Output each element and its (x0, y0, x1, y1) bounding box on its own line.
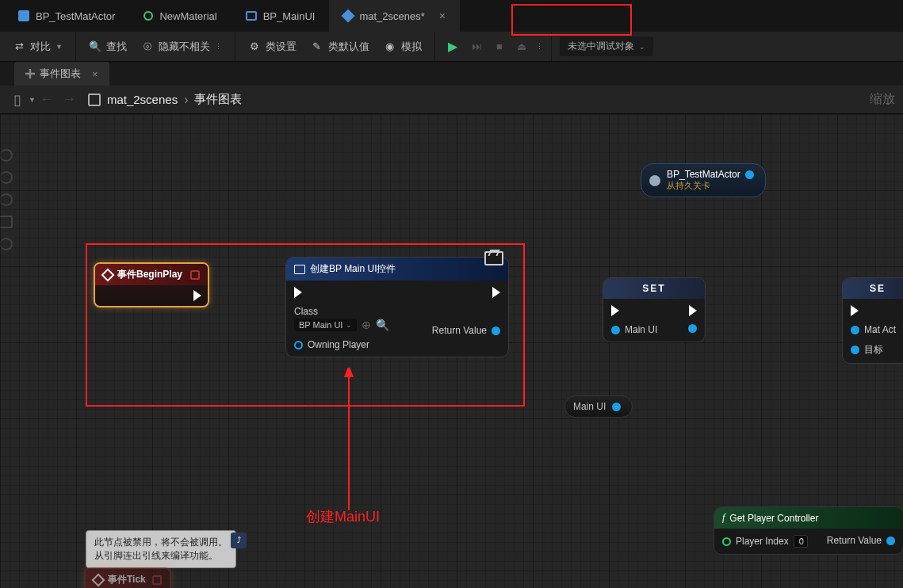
add-icon[interactable]: ⊕ (362, 319, 371, 331)
player-index-pin[interactable]: Player Index 0 (722, 535, 808, 548)
func-icon: f (722, 512, 725, 524)
tab-newmaterial[interactable]: NewMaterial (129, 0, 231, 32)
stop-button[interactable]: ■ (492, 37, 507, 55)
exec-out-pin[interactable] (492, 287, 500, 298)
nav-back-button[interactable]: ← (37, 90, 56, 109)
pin-label: 目标 (864, 343, 883, 357)
matactor-pin[interactable]: Mat Act (851, 324, 896, 335)
node-title: SET (642, 283, 665, 294)
var-label: BP_TestMatActor (667, 169, 740, 180)
node-var-testmatactor[interactable]: BP_TestMatActor 从持久关卡 (641, 163, 766, 197)
toolbar: ⇄ 对比 ▼ 🔍 查找 ⦾ 隐藏不相关 ⋮ ⚙ 类设置 ✎ 类默认值 ◉ 模拟 … (0, 32, 903, 62)
node-set-matactor[interactable]: SE Mat Act 目标 (842, 277, 903, 364)
graph-canvas[interactable]: 事件BeginPlay 创建BP Main UI控件 Class BP Main… (0, 114, 903, 588)
node-create-widget[interactable]: 创建BP Main UI控件 Class BP Main UI ⌄ ⊕ 🔍 (285, 257, 509, 357)
tab-label: BP_TestMatActor (36, 10, 115, 22)
tab-bp-testmatactor[interactable]: BP_TestMatActor (4, 0, 129, 32)
asset-tab-bar: BP_TestMatActor NewMaterial BP_MainUI ma… (0, 0, 903, 32)
reroute-icon: ⤴ (231, 533, 247, 548)
exec-out-pin[interactable] (689, 305, 697, 316)
func-icon (294, 265, 305, 274)
class-settings-button[interactable]: ⚙ 类设置 (243, 36, 301, 57)
pin-icon[interactable] (612, 403, 621, 411)
node-get-player-controller[interactable]: f Get Player Controller Player Index 0 R… (714, 506, 903, 555)
chevron-down-icon: ▼ (55, 43, 63, 51)
node-event-tick[interactable]: 事件Tick (84, 567, 171, 588)
compare-icon: ⇄ (13, 40, 25, 53)
close-icon[interactable]: × (92, 68, 98, 80)
close-icon[interactable]: × (439, 10, 446, 22)
tab-mat-2scenes[interactable]: mat_2scenes* × (329, 0, 460, 32)
hide-label: 隐藏不相关 (159, 40, 210, 54)
play-button[interactable]: ▶ (443, 36, 462, 57)
node-header: 创建BP Main UI控件 (286, 258, 508, 281)
left-side-stubs (0, 149, 13, 250)
simulate-icon: ◉ (384, 40, 396, 53)
exec-in-pin[interactable] (294, 287, 389, 298)
class-defaults-button[interactable]: ✎ 类默认值 (306, 36, 374, 57)
annotation-label: 创建MainUI (306, 507, 380, 526)
defaults-icon: ✎ (311, 40, 323, 53)
class-label: Class (294, 306, 389, 317)
chevron-down-icon: ⋮ (215, 43, 222, 51)
hide-icon: ⦾ (141, 40, 154, 53)
tab-bp-mainui[interactable]: BP_MainUI (231, 0, 330, 32)
exec-out-pin[interactable] (193, 290, 201, 301)
tab-label: mat_2scenes* (359, 10, 424, 22)
breakpoint-icon[interactable] (190, 270, 200, 280)
bookmark-button[interactable]: ▯ (8, 90, 27, 109)
play-options-icon[interactable]: ⋮ (536, 43, 543, 51)
event-icon (92, 573, 105, 586)
browse-icon[interactable]: 🔍 (376, 319, 389, 331)
breadcrumb-bar: ▯ ▼ ← → mat_2scenes › 事件图表 缩放 (0, 86, 903, 114)
compare-button[interactable]: ⇄ 对比 ▼ (8, 36, 67, 57)
tab-event-graph[interactable]: 事件图表 × (14, 62, 109, 86)
sub-tab-label: 事件图表 (40, 67, 81, 81)
return-value-pin[interactable]: Return Value (432, 325, 500, 336)
var-sublabel: 从持久关卡 (667, 180, 754, 192)
node-event-beginplay[interactable]: 事件BeginPlay (94, 262, 209, 307)
search-label: 查找 (106, 40, 127, 54)
target-pin[interactable]: 目标 (851, 343, 896, 357)
breakpoint-icon[interactable] (152, 575, 162, 585)
class-value: BP Main UI (299, 320, 342, 330)
graph-tab-bar: 事件图表 × (0, 62, 903, 86)
tooltip-line: 从引脚连出引线来编译功能。 (94, 549, 228, 563)
debug-target-label: 未选中调试对象 (568, 40, 634, 53)
node-header: SET (603, 278, 705, 299)
simulate-button[interactable]: ◉ 模拟 (379, 36, 427, 57)
material-icon (143, 11, 153, 21)
class-dropdown[interactable]: BP Main UI ⌄ (294, 319, 357, 331)
breadcrumb-graph[interactable]: 事件图表 (194, 92, 242, 107)
chevron-down-icon[interactable]: ▼ (29, 96, 36, 104)
chevron-right-icon: › (184, 93, 188, 107)
node-var-mainui[interactable]: Main UI (564, 395, 633, 418)
nav-forward-button[interactable]: → (59, 90, 78, 109)
pin-icon[interactable] (745, 170, 754, 179)
node-set-mainui[interactable]: SET Main UI (603, 277, 706, 342)
owning-player-pin[interactable]: Owning Player (294, 339, 389, 350)
mainui-in-pin[interactable]: Main UI (611, 324, 657, 335)
zoom-label: 缩放 (870, 91, 895, 108)
mainui-out-pin[interactable] (688, 324, 697, 333)
hide-unrelated-button[interactable]: ⦾ 隐藏不相关 ⋮ (136, 36, 227, 57)
widget-icon (246, 11, 257, 21)
debug-target-dropdown[interactable]: 未选中调试对象 ⌄ (560, 36, 653, 56)
pin-icon (851, 326, 859, 334)
node-header: 事件Tick (86, 569, 170, 588)
exec-in-pin[interactable] (851, 305, 896, 316)
return-value-pin[interactable]: Return Value (827, 535, 895, 546)
stub-icon (0, 216, 13, 228)
wires (0, 114, 238, 233)
graph-icon (88, 94, 101, 106)
node-title: 事件BeginPlay (117, 268, 182, 281)
search-button[interactable]: 🔍 查找 (84, 36, 132, 57)
node-title: SE (870, 283, 886, 294)
var-label: Main UI (573, 401, 606, 412)
eject-button[interactable]: ⏏ (512, 37, 531, 55)
int-input[interactable]: 0 (794, 535, 808, 548)
exec-in-pin[interactable] (611, 305, 657, 316)
pin-icon (688, 324, 697, 333)
step-button[interactable]: ⏭ (467, 37, 487, 55)
breadcrumb-asset[interactable]: mat_2scenes (107, 93, 178, 106)
